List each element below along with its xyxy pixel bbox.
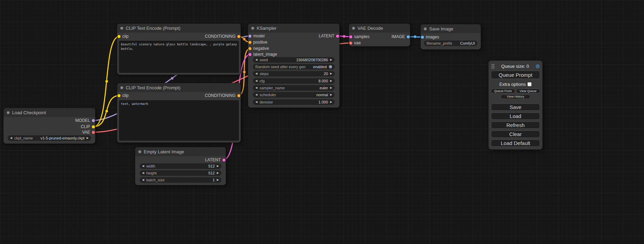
extra-options-checkbox[interactable] (528, 82, 531, 86)
refresh-button[interactable]: Refresh (491, 121, 540, 129)
latent-port-dot[interactable] (349, 35, 352, 38)
node-load-checkpoint[interactable]: Load Checkpoint MODEL CLIP VAE ◀ ckpt_na… (3, 108, 95, 144)
widget-denoise[interactable]: ◀ denoise 1.000 ▶ (253, 99, 335, 105)
decrement-arrow-icon[interactable]: ◀ (142, 179, 144, 181)
output-port-conditioning[interactable]: CONDITIONING (205, 93, 240, 98)
node-title-bar[interactable]: VAE Decode (349, 24, 410, 33)
widget-width[interactable]: ◀ width 512 ▶ (140, 163, 221, 169)
collapse-dot-icon[interactable] (138, 150, 141, 153)
node-title-bar[interactable]: Empty Latent Image (135, 147, 226, 156)
clear-button[interactable]: Clear (491, 130, 540, 138)
input-port-negative[interactable]: negative (248, 46, 269, 51)
collapse-dot-icon[interactable] (424, 27, 427, 30)
input-port-images[interactable]: images (421, 35, 439, 39)
increment-arrow-icon[interactable]: ▶ (330, 101, 332, 103)
next-value-arrow-icon[interactable]: ▶ (87, 137, 89, 139)
node-title-bar[interactable]: CLIP Text Encode (Prompt) (117, 83, 241, 92)
decrement-arrow-icon[interactable]: ◀ (255, 80, 257, 82)
node-vae-decode[interactable]: VAE Decode samples vae IMAGE (349, 24, 410, 46)
image-port-dot[interactable] (407, 35, 410, 38)
latent-port-dot[interactable] (248, 53, 252, 56)
settings-gear-icon[interactable]: ⚙ (536, 64, 540, 69)
collapse-dot-icon[interactable] (251, 27, 254, 30)
prompt-textarea[interactable]: beautiful scenery nature glass bottle la… (119, 41, 239, 73)
widget-sampler-name[interactable]: ◀ sampler_name euler ▶ (253, 85, 335, 91)
widget-scheduler[interactable]: ◀ scheduler normal ▶ (253, 92, 335, 98)
toggle-dot-icon[interactable] (329, 65, 332, 69)
input-port-clip[interactable]: clip (117, 34, 129, 39)
prev-value-arrow-icon[interactable]: ◀ (10, 137, 12, 139)
clip-port-dot[interactable] (92, 125, 95, 128)
input-port-vae[interactable]: vae (349, 40, 361, 45)
prompt-textarea[interactable]: text, watermark (119, 100, 239, 141)
model-port-dot[interactable] (92, 119, 95, 122)
next-value-arrow-icon[interactable]: ▶ (330, 87, 332, 89)
queue-front-button[interactable]: Queue Front (491, 89, 515, 93)
node-clip-text-encode-negative[interactable]: CLIP Text Encode (Prompt) clip CONDITION… (117, 83, 241, 143)
collapse-dot-icon[interactable] (120, 86, 123, 89)
output-port-image[interactable]: IMAGE (391, 34, 410, 39)
decrement-arrow-icon[interactable]: ◀ (142, 172, 144, 174)
prev-value-arrow-icon[interactable]: ◀ (255, 93, 257, 96)
widget-seed[interactable]: ◀ seed 156680208700286 ▶ (253, 57, 335, 63)
model-port-dot[interactable] (248, 35, 252, 38)
collapse-dot-icon[interactable] (352, 27, 355, 30)
output-port-clip[interactable]: CLIP (81, 124, 95, 129)
latent-port-dot[interactable] (222, 159, 226, 162)
node-ksampler[interactable]: KSampler model positive negative latent_… (248, 24, 339, 108)
latent-port-dot[interactable] (336, 35, 339, 38)
collapse-dot-icon[interactable] (7, 111, 10, 114)
input-port-positive[interactable]: positive (248, 40, 267, 45)
save-button[interactable]: Save (491, 103, 540, 111)
increment-arrow-icon[interactable]: ▶ (217, 172, 219, 174)
widget-random-seed-toggle[interactable]: Random seed after every gen enabled (253, 64, 335, 70)
decrement-arrow-icon[interactable]: ◀ (142, 165, 144, 168)
decrement-arrow-icon[interactable]: ◀ (255, 101, 257, 103)
input-port-model[interactable]: model (248, 34, 265, 38)
input-port-samples[interactable]: samples (349, 34, 370, 39)
clip-port-dot[interactable] (117, 94, 121, 97)
load-default-button[interactable]: Load Default (491, 139, 540, 147)
decrement-arrow-icon[interactable]: ◀ (255, 72, 257, 75)
widget-height[interactable]: ◀ height 512 ▶ (140, 170, 221, 176)
image-port-dot[interactable] (421, 36, 424, 39)
increment-arrow-icon[interactable]: ▶ (330, 72, 332, 75)
node-save-image[interactable]: Save Image images filename_prefix ComfyU… (421, 24, 481, 49)
conditioning-port-dot[interactable] (237, 35, 240, 38)
vae-port-dot[interactable] (349, 42, 352, 45)
widget-cfg[interactable]: ◀ cfg 8.000 ▶ (253, 78, 335, 84)
increment-arrow-icon[interactable]: ▶ (217, 179, 219, 181)
widget-filename-prefix[interactable]: filename_prefix ComfyUI (424, 40, 477, 46)
node-empty-latent-image[interactable]: Empty Latent Image LATENT ◀ width 512 ▶ … (135, 147, 226, 185)
collapse-dot-icon[interactable] (120, 27, 123, 30)
node-title-bar[interactable]: CLIP Text Encode (Prompt) (117, 24, 241, 33)
widget-steps[interactable]: ◀ steps 20 ▶ (253, 71, 335, 76)
node-clip-text-encode-positive[interactable]: CLIP Text Encode (Prompt) clip CONDITION… (117, 24, 241, 75)
vae-port-dot[interactable] (92, 131, 95, 134)
clip-port-dot[interactable] (117, 35, 121, 38)
output-port-model[interactable]: MODEL (75, 118, 95, 123)
output-port-conditioning[interactable]: CONDITIONING (205, 34, 240, 39)
node-title-bar[interactable]: Load Checkpoint (3, 108, 95, 117)
conditioning-port-dot[interactable] (248, 41, 252, 44)
node-title-bar[interactable]: Save Image (421, 24, 481, 33)
node-title-bar[interactable]: KSampler (248, 24, 339, 33)
widget-batch-size[interactable]: ◀ batch_size 1 ▶ (140, 177, 221, 183)
view-queue-button[interactable]: View Queue (516, 89, 540, 93)
output-port-latent[interactable]: LATENT (319, 34, 339, 38)
widget-ckpt-name[interactable]: ◀ ckpt_name v1-5-pruned-emaonly.ckpt ▶ (8, 135, 91, 141)
input-port-latent-image[interactable]: latent_image (248, 52, 277, 57)
increment-arrow-icon[interactable]: ▶ (330, 80, 332, 82)
view-history-button[interactable]: View History (501, 94, 530, 99)
input-port-clip[interactable]: clip (117, 93, 129, 98)
conditioning-port-dot[interactable] (237, 94, 240, 97)
decrement-arrow-icon[interactable]: ◀ (255, 58, 257, 61)
drag-handle-icon[interactable] (491, 63, 495, 69)
prev-value-arrow-icon[interactable]: ◀ (255, 87, 257, 89)
output-port-vae[interactable]: VAE (82, 130, 95, 135)
increment-arrow-icon[interactable]: ▶ (330, 58, 332, 61)
queue-prompt-button[interactable]: Queue Prompt (491, 71, 540, 79)
load-button[interactable]: Load (491, 112, 540, 120)
conditioning-port-dot[interactable] (248, 47, 252, 50)
output-port-latent[interactable]: LATENT (205, 157, 226, 162)
